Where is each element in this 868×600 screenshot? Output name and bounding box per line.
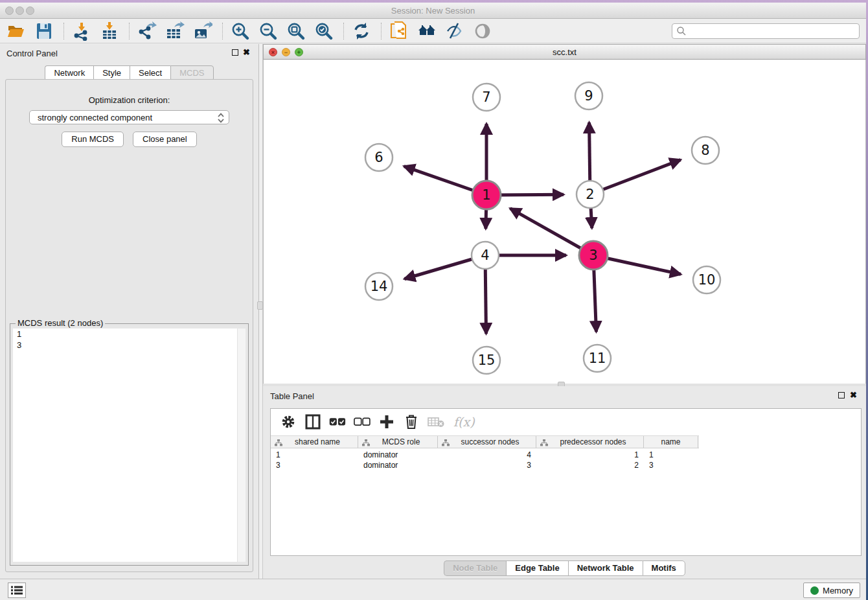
delete-table-icon[interactable] <box>428 413 444 430</box>
attribute-tree-icon <box>540 439 548 446</box>
optimization-criterion-value: strongly connected component <box>38 113 152 122</box>
cell-successor-nodes[interactable]: 3 <box>438 460 536 470</box>
deselect-all-checkboxes-icon[interactable] <box>354 413 371 430</box>
node-label: 2 <box>586 187 594 202</box>
graph-node-9[interactable]: 9 <box>575 82 602 110</box>
mcds-result-text[interactable]: 13 <box>13 329 246 562</box>
node-label: 10 <box>698 272 716 288</box>
zoom-in-icon[interactable] <box>229 21 251 41</box>
node-label: 14 <box>371 279 388 294</box>
mcds-result-box: MCDS result (2 nodes) 13 <box>10 323 249 566</box>
control-panel-header: Control Panel ✖ <box>0 44 258 61</box>
table-panel: Table Panel ✖ <box>263 386 866 581</box>
app-window: Session: New Session <box>0 3 866 600</box>
memory-label: Memory <box>823 586 853 595</box>
export-network-icon[interactable] <box>136 21 158 41</box>
tab-network-table[interactable]: Network Table <box>568 560 643 576</box>
open-session-icon[interactable] <box>5 21 27 41</box>
show-columns-icon[interactable] <box>304 413 321 430</box>
node-label: 8 <box>701 143 709 158</box>
graph-node-1[interactable]: 1 <box>472 181 501 209</box>
network-frame: × − + scc.txt 1234678910111415 <box>263 44 866 386</box>
toolbar-separator <box>222 23 223 40</box>
show-all-networks-icon[interactable] <box>416 21 438 41</box>
cell-MCDS-role[interactable]: dominator <box>358 450 438 460</box>
graph-node-7[interactable]: 7 <box>473 84 500 111</box>
mcds-result-title: MCDS result (2 nodes) <box>16 318 105 328</box>
export-image-icon[interactable] <box>192 21 214 41</box>
apply-layout-icon[interactable] <box>350 21 372 41</box>
import-table-icon[interactable] <box>98 21 120 41</box>
save-session-icon[interactable] <box>33 21 55 41</box>
cell-predecessor-nodes[interactable]: 2 <box>536 460 644 470</box>
function-builder-icon[interactable]: f(x) <box>453 415 475 429</box>
result-scrollbar[interactable] <box>237 329 246 562</box>
column-header-name[interactable]: name <box>644 436 698 448</box>
close-table-panel-icon[interactable]: ✖ <box>850 390 857 400</box>
add-row-icon[interactable] <box>378 413 395 430</box>
memory-button[interactable]: Memory <box>803 583 860 598</box>
hide-graphics-details-icon[interactable] <box>444 21 466 41</box>
column-header-MCDS-role[interactable]: MCDS role <box>358 436 438 448</box>
graph-node-11[interactable]: 11 <box>584 345 611 372</box>
splitter-grip[interactable] <box>257 301 263 310</box>
window-titlebar: Session: New Session <box>0 3 866 19</box>
delete-row-trash-icon[interactable] <box>403 413 420 430</box>
cell-successor-nodes[interactable]: 4 <box>438 450 536 460</box>
float-panel-icon[interactable] <box>232 49 238 56</box>
import-network-icon[interactable] <box>71 21 93 41</box>
graph-node-14[interactable]: 14 <box>365 273 393 300</box>
graph-node-15[interactable]: 15 <box>473 347 500 374</box>
graph-node-4[interactable]: 4 <box>472 242 499 269</box>
attribute-tree-icon <box>275 439 282 446</box>
optimization-criterion-select[interactable]: strongly connected component <box>29 110 229 124</box>
edge-2-8[interactable] <box>590 160 681 194</box>
graph-node-8[interactable]: 8 <box>692 137 719 164</box>
zoom-out-icon[interactable] <box>257 21 279 41</box>
close-panel-button[interactable]: Close panel <box>133 132 197 147</box>
tab-node-table[interactable]: Node Table <box>444 560 506 576</box>
status-bar: Memory <box>0 579 866 600</box>
export-table-icon[interactable] <box>164 21 186 41</box>
node-label: 11 <box>589 351 606 366</box>
zoom-selected-icon[interactable] <box>313 21 335 41</box>
table-row[interactable]: 3dominator323 <box>271 460 699 470</box>
column-header-successor-nodes[interactable]: successor nodes <box>438 436 536 448</box>
close-panel-icon[interactable]: ✖ <box>243 47 250 57</box>
node-label: 4 <box>481 248 489 263</box>
graph-node-10[interactable]: 10 <box>693 266 720 294</box>
graph-node-2[interactable]: 2 <box>577 181 604 208</box>
select-all-checkboxes-icon[interactable] <box>329 413 346 430</box>
node-label: 3 <box>589 248 597 263</box>
run-mcds-button[interactable]: Run MCDS <box>62 132 124 147</box>
zoom-fit-icon[interactable] <box>285 21 307 41</box>
search-input[interactable] <box>672 23 860 39</box>
bird-view-icon[interactable] <box>472 21 494 41</box>
cell-name[interactable]: 1 <box>644 450 698 460</box>
cell-MCDS-role[interactable]: dominator <box>358 460 438 470</box>
cell-predecessor-nodes[interactable]: 1 <box>536 450 644 460</box>
table-row[interactable]: 1dominator411 <box>271 450 699 460</box>
table-panel-title: Table Panel <box>270 391 314 401</box>
search-icon <box>676 26 687 36</box>
toolbar-separator <box>129 23 130 40</box>
column-header-shared-name[interactable]: shared name <box>271 436 358 448</box>
graph-node-3[interactable]: 3 <box>579 241 608 270</box>
node-label: 7 <box>482 89 490 105</box>
cell-shared-name[interactable]: 3 <box>271 460 358 470</box>
float-table-panel-icon[interactable] <box>838 392 845 398</box>
chevron-up-down-icon <box>217 112 225 126</box>
column-header-predecessor-nodes[interactable]: predecessor nodes <box>536 436 644 448</box>
tab-motifs[interactable]: Motifs <box>643 560 685 576</box>
tab-edge-table[interactable]: Edge Table <box>506 560 567 576</box>
cell-name[interactable]: 3 <box>644 460 698 470</box>
clone-network-icon[interactable] <box>388 21 410 41</box>
graph-node-6[interactable]: 6 <box>365 144 393 171</box>
network-canvas[interactable]: 1234678910111415 <box>263 60 866 384</box>
cell-shared-name[interactable]: 1 <box>271 450 358 460</box>
mcds-panel: Optimization criterion: strongly connect… <box>5 79 253 572</box>
toolbar-separator <box>381 23 382 40</box>
table-settings-gear-icon[interactable] <box>280 413 297 430</box>
task-history-button[interactable] <box>8 583 26 598</box>
main-toolbar <box>0 19 866 43</box>
